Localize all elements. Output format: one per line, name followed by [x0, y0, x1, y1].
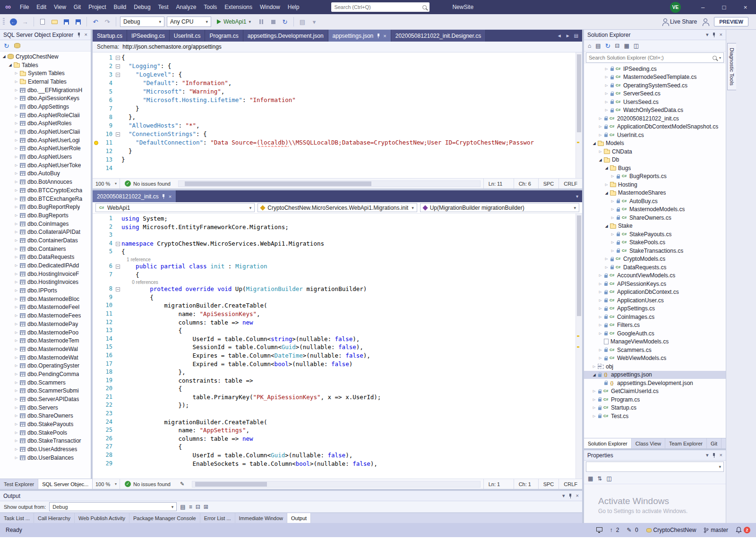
- menu-analyze[interactable]: Analyze: [172, 0, 200, 14]
- expand-icon[interactable]: ▷: [13, 222, 19, 226]
- expand-icon[interactable]: ▷: [597, 274, 603, 277]
- expand-icon[interactable]: ▷: [591, 414, 597, 418]
- open-file-icon[interactable]: [50, 17, 59, 27]
- expand-icon[interactable]: ▷: [13, 121, 19, 125]
- expand-icon[interactable]: ▷: [13, 197, 19, 201]
- solution-configuration-dropdown[interactable]: Debug▾: [120, 17, 164, 27]
- sol-item-obj[interactable]: ▷obj: [584, 362, 726, 371]
- sql-item-dbo-collateralapidat[interactable]: ▷dbo.CollateralAPIDat: [0, 228, 91, 236]
- account-avatar[interactable]: VE: [670, 2, 681, 13]
- issues-indicator[interactable]: ✓ No issues found: [120, 479, 175, 489]
- sql-item-dbo-coinimages[interactable]: ▷dbo.CoinImages: [0, 220, 91, 228]
- schema-bar[interactable]: Schema: http://json.schemastore.org/apps…: [93, 42, 582, 52]
- close-icon[interactable]: ×: [576, 493, 579, 498]
- scrollbar-thumb[interactable]: [195, 482, 267, 487]
- expand-icon[interactable]: ▷: [597, 315, 603, 319]
- sol-item-ipseeding-cs[interactable]: ▷C#IPSeeding.cs: [584, 65, 726, 73]
- expand-icon[interactable]: ▷: [13, 214, 19, 217]
- chevron-down-icon[interactable]: ▾: [562, 493, 565, 498]
- expand-icon[interactable]: ▷: [591, 398, 597, 402]
- menu-extensions[interactable]: Extensions: [221, 0, 256, 14]
- sol-item-userinit-cs[interactable]: ▷C#UserInit.cs: [584, 131, 726, 139]
- expand-icon[interactable]: ▷: [610, 207, 616, 211]
- fold-collapse-icon[interactable]: −: [116, 73, 120, 77]
- live-share-button[interactable]: Live Share: [663, 18, 697, 25]
- expand-icon[interactable]: ▷: [13, 264, 19, 267]
- sol-item-filters-cs[interactable]: ▷C#Filters.cs: [584, 321, 726, 330]
- sql-item-dbo-efmigrationsh[interactable]: ▷dbo.__EFMigrationsH: [0, 86, 91, 94]
- bottom-tab-task-list[interactable]: Task List ...: [0, 513, 34, 523]
- expand-icon[interactable]: ▷: [597, 290, 603, 294]
- sql-item-dbo-apisessionkeys[interactable]: ▷dbo.ApiSessionKeys: [0, 94, 91, 103]
- code-line[interactable]: 28 UserId = table.Column<Guid>(nullable:…: [93, 451, 576, 460]
- sql-item-dbo-btccryptoexcha[interactable]: ▷dbo.BTCCryptoExcha: [0, 186, 91, 195]
- tracking-icon[interactable]: ✎: [175, 479, 189, 489]
- expand-icon[interactable]: ▷: [610, 174, 616, 178]
- output-source-dropdown[interactable]: Debug ▾: [49, 502, 177, 511]
- code-line[interactable]: 7 {: [93, 271, 576, 279]
- fold-collapse-icon[interactable]: −: [116, 242, 120, 246]
- menu-help[interactable]: Help: [284, 0, 303, 14]
- properties-icon[interactable]: ◫: [634, 43, 639, 49]
- code-line[interactable]: 10− "ConnectionStrings": {: [93, 130, 576, 138]
- fold-collapse-icon[interactable]: −: [116, 287, 120, 291]
- sql-explorer-header[interactable]: SQL Server Object Explorer ×: [0, 30, 91, 40]
- navigate-back-icon[interactable]: ←: [9, 17, 18, 27]
- leftpanel-tab-test-explorer[interactable]: Test Explorer: [0, 479, 38, 489]
- newsite-label[interactable]: NewSite: [452, 4, 473, 10]
- sql-item-dbo-bugreportreply[interactable]: ▷dbo.BugReportReply: [0, 203, 91, 211]
- output-header[interactable]: Output ▾ ×: [0, 491, 582, 501]
- code-line[interactable]: 1using System;: [93, 214, 576, 223]
- document-list-icon[interactable]: ▤: [574, 33, 578, 38]
- sol-item-appsettings-cs[interactable]: ▷C#AppSettings.cs: [584, 305, 726, 313]
- sql-item-dbo-scammers[interactable]: ▷dbo.Scammers: [0, 378, 91, 387]
- sql-item-dbo-masternodefees[interactable]: ▷dbo.MasternodeFees: [0, 311, 91, 320]
- sql-item-dbo-staketransactior[interactable]: ▷dbo.StakeTransactior: [0, 437, 91, 445]
- pin-icon[interactable]: [712, 453, 716, 458]
- sol-item-startup-cs[interactable]: ▷C#Startup.cs: [584, 404, 726, 412]
- find-in-files-icon[interactable]: ▤: [298, 17, 307, 27]
- sol-item-applicationuser-cs[interactable]: ▷C#ApplicationUser.cs: [584, 296, 726, 305]
- expand-icon[interactable]: ▷: [603, 67, 610, 71]
- code-line[interactable]: 8 },: [93, 113, 576, 121]
- sol-item-googleauth-cs[interactable]: ▷C#GoogleAuth.cs: [584, 329, 726, 338]
- code-line[interactable]: 5{: [93, 248, 576, 256]
- editor-tab-appsettings-json[interactable]: appsettings.json×: [328, 30, 391, 42]
- sql-item-dbo-masternodetem[interactable]: ▷dbo.MasternodeTem: [0, 336, 91, 345]
- sql-item-dbo-aspnetroles[interactable]: ▷dbo.AspNetRoles: [0, 120, 91, 128]
- expand-icon[interactable]: ▷: [13, 155, 19, 159]
- collapse-all-icon[interactable]: ⊟: [615, 43, 619, 49]
- sql-item-dbo-appsettings[interactable]: ▷dbo.AppSettings: [0, 103, 91, 111]
- expand-icon[interactable]: ▷: [13, 447, 19, 451]
- undo-icon[interactable]: ↶: [91, 17, 100, 27]
- expand-icon[interactable]: ▷: [603, 100, 610, 104]
- sol-item-program-cs[interactable]: ▷C#Program.cs: [584, 395, 726, 404]
- code-line[interactable]: 11 "DefaultConnection": "Data Source=(lo…: [93, 138, 576, 147]
- tab-diagnostic-tools[interactable]: Diagnostic Tools: [727, 43, 736, 90]
- expand-icon[interactable]: ▷: [13, 280, 19, 284]
- expand-icon[interactable]: ▷: [13, 96, 19, 100]
- sol-item-test-cs[interactable]: ▷C#Test.cs: [584, 412, 726, 420]
- notifications-bell[interactable]: 2: [736, 527, 750, 533]
- sql-item-dbo-shareowners[interactable]: ▷dbo.ShareOwners: [0, 412, 91, 420]
- zoom-dropdown[interactable]: 100 %▾: [93, 479, 120, 489]
- chevron-down-icon[interactable]: ▾: [576, 194, 578, 199]
- code-line[interactable]: 11 name: "ApiSessionKeys",: [93, 310, 576, 318]
- start-debugging-button[interactable]: WebApi1 ▾: [214, 17, 254, 26]
- sql-item-dbo-aspnetusers[interactable]: ▷dbo.AspNetUsers: [0, 153, 91, 161]
- navigate-forward-icon[interactable]: →: [20, 17, 30, 27]
- pin-icon[interactable]: [376, 33, 380, 38]
- pin-icon[interactable]: [712, 32, 716, 37]
- refresh-icon[interactable]: ↻: [4, 42, 9, 50]
- sol-item-cryptomodels-cs[interactable]: ▷C#CryptoModels.cs: [584, 255, 726, 264]
- json-code-area[interactable]: 1−{2− "Logging": {3− "LogLevel": {4 "Def…: [93, 52, 582, 178]
- sql-item-external-tables[interactable]: ▷External Tables: [0, 77, 91, 86]
- toolbar-drag-handle[interactable]: [3, 18, 5, 26]
- solution-platform-dropdown[interactable]: Any CPU▾: [167, 17, 211, 27]
- chevron-down-icon[interactable]: ▾: [574, 206, 576, 210]
- lightbulb-icon[interactable]: [94, 141, 98, 145]
- collapse-icon[interactable]: ◢: [7, 63, 13, 67]
- expand-icon[interactable]: ▷: [610, 216, 616, 220]
- sol-item-appsettings-json[interactable]: ◢{}appsettings.json: [584, 371, 726, 379]
- expand-icon[interactable]: ▷: [597, 332, 603, 335]
